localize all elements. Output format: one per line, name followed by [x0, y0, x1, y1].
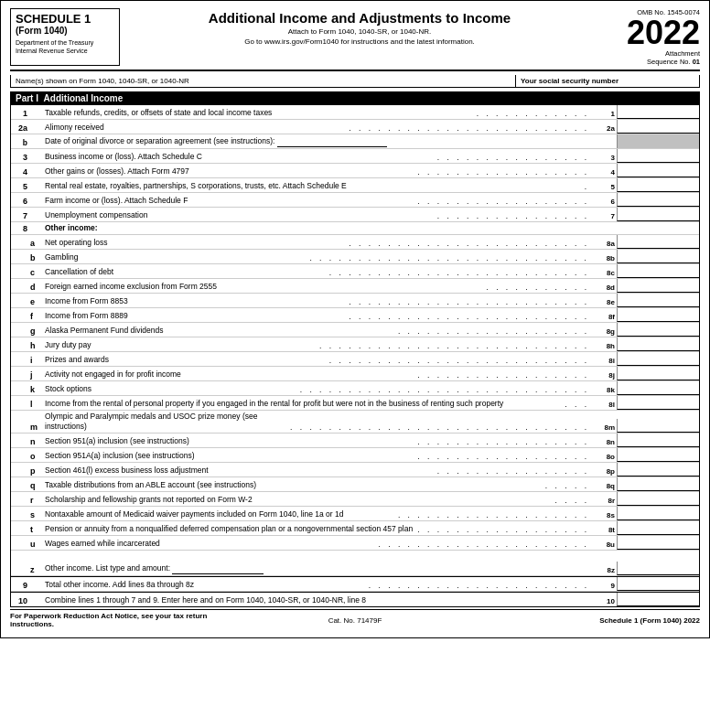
- row8p-dots: . . . . . . . . . . . . . . . .: [436, 466, 591, 476]
- row7-num: 7: [11, 210, 29, 221]
- row5-sub: [29, 190, 42, 192]
- row8o-input[interactable]: [617, 448, 699, 462]
- row8f-lineref: 8f: [591, 312, 617, 322]
- row3-input[interactable]: [617, 149, 699, 163]
- row-8z: z Other income. List type and amount: 8z: [11, 551, 699, 576]
- row6-num: 6: [11, 196, 29, 207]
- attach-line1: Attach to Form 1040, 1040-SR, or 1040-NR…: [129, 27, 590, 36]
- row8q-input[interactable]: [617, 477, 699, 491]
- row-7: 7 Unemployment compensation . . . . . . …: [11, 208, 699, 222]
- row8s-input[interactable]: [617, 507, 699, 520]
- row8j-desc: Activity not engaged in for profit incom…: [42, 369, 415, 380]
- row8e-input[interactable]: [617, 294, 699, 307]
- row7-lineref: 7: [591, 211, 617, 221]
- row8b-input[interactable]: [617, 250, 699, 263]
- row8j-input[interactable]: [617, 367, 699, 380]
- row8r-num: [11, 504, 29, 506]
- row8n-input[interactable]: [617, 434, 699, 447]
- attach-line2: Go to www.irs.gov/Form1040 for instructi…: [129, 37, 590, 46]
- row6-input[interactable]: [617, 193, 699, 207]
- row8i-input[interactable]: [617, 352, 699, 366]
- row8k-input[interactable]: [617, 381, 699, 395]
- schedule-box: SCHEDULE 1 (Form 1040) Department of the…: [10, 8, 120, 66]
- row8k-sub: k: [29, 384, 42, 395]
- row9-lineref: 9: [591, 581, 617, 591]
- row8c-sub: c: [29, 267, 42, 278]
- row8r-desc: Scholarship and fellowship grants not re…: [42, 494, 553, 506]
- part1-rows: 1 Taxable refunds, credits, or offsets o…: [10, 105, 700, 607]
- row-8h: h Jury duty pay . . . . . . . . . . . . …: [11, 337, 699, 352]
- row8f-desc: Income from Form 8889: [42, 310, 347, 322]
- row8h-input[interactable]: [617, 337, 699, 351]
- dept-line2: Internal Revenue Service: [16, 47, 114, 55]
- row9-num: 9: [11, 580, 29, 591]
- row8t-lineref: 8t: [591, 525, 617, 535]
- row8c-desc: Cancellation of debt: [42, 266, 328, 278]
- row8o-lineref: 8o: [591, 452, 617, 462]
- row8s-sub: s: [29, 509, 42, 520]
- row9-input[interactable]: [617, 577, 699, 591]
- row-5: 5 Rental real estate, royalties, partner…: [11, 178, 699, 193]
- row8l-lineref: 8l: [591, 400, 617, 410]
- seq-num: 01: [693, 58, 700, 66]
- row2b-shaded: [617, 134, 699, 148]
- row8l-input[interactable]: [617, 396, 699, 410]
- row-8r: r Scholarship and fellowship grants not …: [11, 492, 699, 507]
- row7-dots: . . . . . . . . . . . . . . . .: [436, 210, 591, 221]
- row8f-input[interactable]: [617, 308, 699, 322]
- row8q-num: [11, 489, 29, 491]
- row8u-num: [11, 548, 29, 550]
- row8e-num: [11, 305, 29, 307]
- ssn-field: Your social security number: [516, 75, 699, 87]
- header-center: Additional Income and Adjustments to Inc…: [120, 8, 599, 66]
- row8d-num: [11, 291, 29, 293]
- row10-input[interactable]: [617, 593, 699, 606]
- row8l-sub: l: [29, 399, 42, 410]
- row8d-input[interactable]: [617, 279, 699, 293]
- row8j-num: [11, 379, 29, 380]
- row8h-desc: Jury duty pay: [42, 339, 317, 351]
- row1-input[interactable]: [617, 105, 699, 119]
- row8p-num: [11, 475, 29, 476]
- row8d-dots: . . . . . . . . . . .: [484, 282, 591, 293]
- row9-dots: . . . . . . . . . . . . . . . . . . . . …: [367, 580, 591, 591]
- row8k-dots: . . . . . . . . . . . . . . . . . . . . …: [298, 384, 591, 395]
- row3-lineref: 3: [591, 153, 617, 163]
- row8m-input[interactable]: [617, 419, 699, 433]
- year: 2022: [599, 16, 700, 49]
- dept-line1: Department of the Treasury: [16, 38, 114, 47]
- row8u-input[interactable]: [617, 536, 699, 550]
- schedule-label: SCHEDULE 1: [16, 12, 114, 26]
- row8o-num: [11, 460, 29, 462]
- row2a-input[interactable]: [617, 120, 699, 134]
- row8k-lineref: 8k: [591, 385, 617, 395]
- row7-input[interactable]: [617, 208, 699, 221]
- row8b-sub: b: [29, 252, 42, 263]
- row5-desc: Rental real estate, royalties, partnersh…: [42, 180, 583, 192]
- row8r-input[interactable]: [617, 492, 699, 506]
- row8t-input[interactable]: [617, 521, 699, 535]
- row-8p: p Section 461(l) excess business loss ad…: [11, 463, 699, 477]
- row8h-sub: h: [29, 340, 42, 351]
- row8p-lineref: 8p: [591, 466, 617, 476]
- row8i-sub: i: [29, 355, 42, 366]
- row-8t: t Pension or annuity from a nonqualified…: [11, 521, 699, 536]
- row3-desc: Business income or (loss). Attach Schedu…: [42, 151, 436, 163]
- row2b-lineref: [591, 146, 617, 148]
- row-8i: i Prizes and awards . . . . . . . . . . …: [11, 352, 699, 367]
- row-2b: b Date of original divorce or separation…: [11, 134, 699, 149]
- row-8q: q Taxable distributions from an ABLE acc…: [11, 477, 699, 492]
- row8c-input[interactable]: [617, 264, 699, 278]
- row10-lineref: 10: [591, 596, 617, 606]
- row8g-input[interactable]: [617, 323, 699, 337]
- row8k-desc: Stock options: [42, 383, 298, 395]
- seq-label-text: Sequence No.: [647, 58, 691, 66]
- row8a-input[interactable]: [617, 235, 699, 249]
- row4-input[interactable]: [617, 164, 699, 177]
- row4-desc: Other gains or (losses). Attach Form 479…: [42, 166, 415, 177]
- row9-desc: Total other income. Add lines 8a through…: [42, 579, 367, 591]
- row8p-input[interactable]: [617, 463, 699, 476]
- row4-sub: [29, 176, 42, 177]
- row5-input[interactable]: [617, 178, 699, 192]
- row8z-input[interactable]: [617, 562, 699, 575]
